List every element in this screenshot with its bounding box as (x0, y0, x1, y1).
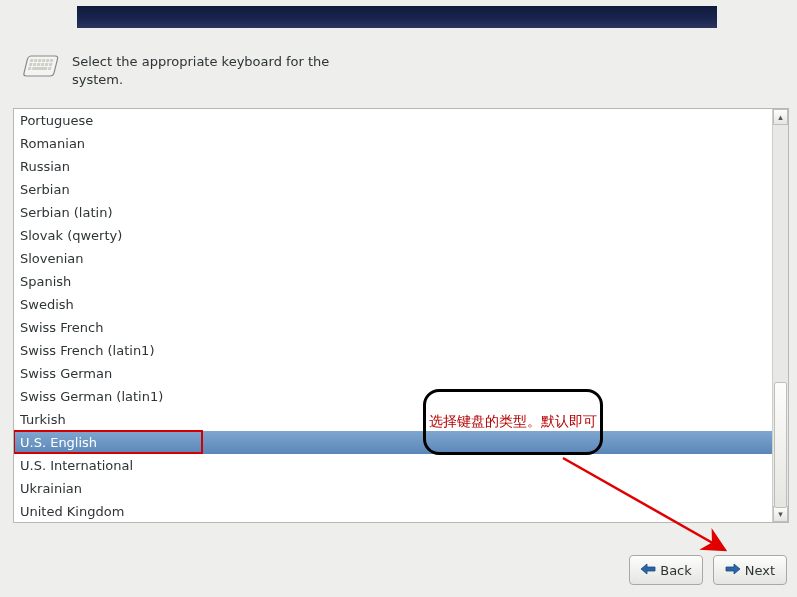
list-item[interactable]: Swedish (14, 293, 772, 316)
arrow-right-icon (725, 563, 741, 578)
list-item[interactable]: Russian (14, 155, 772, 178)
list-item[interactable]: Swiss French (14, 316, 772, 339)
list-item[interactable]: Portuguese (14, 109, 772, 132)
list-item[interactable]: Serbian (latin) (14, 201, 772, 224)
prompt-row: Select the appropriate keyboard for the … (20, 53, 362, 88)
list-item[interactable]: Romanian (14, 132, 772, 155)
next-button[interactable]: Next (713, 555, 787, 585)
list-item[interactable]: Swiss German (14, 362, 772, 385)
list-item[interactable]: Swiss German (latin1) (14, 385, 772, 408)
list-item[interactable]: Ukrainian (14, 477, 772, 500)
list-item[interactable]: Slovenian (14, 247, 772, 270)
header-banner (77, 6, 717, 28)
list-item[interactable]: United Kingdom (14, 500, 772, 522)
back-button-label: Back (660, 563, 692, 578)
list-item[interactable]: Spanish (14, 270, 772, 293)
scrollbar-vertical[interactable]: ▴ ▾ (772, 109, 788, 522)
nav-button-bar: Back Next (629, 555, 787, 585)
keyboard-icon (20, 53, 60, 84)
scroll-thumb[interactable] (774, 382, 787, 508)
scroll-up-button[interactable]: ▴ (773, 109, 788, 125)
list-item[interactable]: U.S. English (14, 431, 772, 454)
prompt-text: Select the appropriate keyboard for the … (72, 53, 362, 88)
list-item[interactable]: Swiss French (latin1) (14, 339, 772, 362)
scroll-down-button[interactable]: ▾ (773, 506, 788, 522)
back-button[interactable]: Back (629, 555, 703, 585)
list-item[interactable]: Serbian (14, 178, 772, 201)
next-button-label: Next (745, 563, 775, 578)
arrow-left-icon (640, 563, 656, 578)
svg-rect-14 (32, 67, 48, 70)
list-item[interactable]: Slovak (qwerty) (14, 224, 772, 247)
list-item[interactable]: Turkish (14, 408, 772, 431)
keyboard-listbox[interactable]: PortugueseRomanianRussianSerbianSerbian … (13, 108, 789, 523)
scroll-track[interactable] (773, 125, 788, 506)
list-item[interactable]: U.S. International (14, 454, 772, 477)
